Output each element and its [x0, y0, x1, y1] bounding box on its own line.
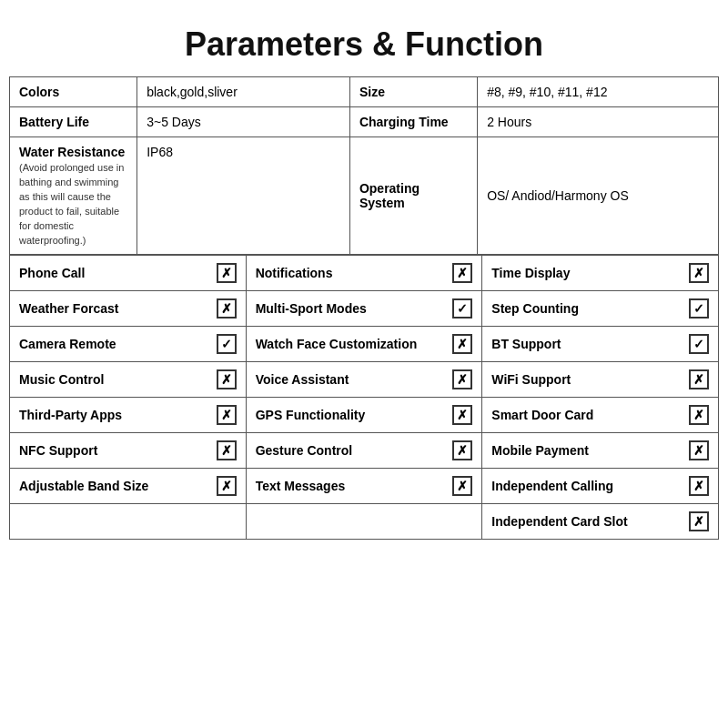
- check-icon: [217, 298, 237, 318]
- check-icon: [217, 334, 237, 354]
- check-icon: [689, 369, 709, 389]
- feature-name: Step Counting: [491, 301, 683, 316]
- check-icon: [217, 476, 237, 496]
- feature-cell: GPS Functionality: [246, 398, 482, 433]
- feature-cell: Text Messages: [246, 469, 482, 504]
- feature-name: Multi-Sport Modes: [256, 301, 448, 316]
- check-icon: [689, 263, 709, 283]
- water-note: (Avoid prolonged use in bathing and swim…: [19, 162, 124, 246]
- check-icon: [689, 511, 709, 531]
- feature-row: Phone CallNotificationsTime Display: [10, 256, 719, 291]
- feature-name: Independent Calling: [491, 479, 683, 493]
- battery-value: 3~5 Days: [147, 115, 201, 129]
- page-title: Parameters & Function: [9, 9, 719, 76]
- check-icon: [452, 263, 472, 283]
- check-icon: [452, 298, 472, 318]
- colors-row: Colors black,gold,sliver Size #8, #9, #1…: [10, 77, 719, 107]
- feature-name: Notifications: [256, 266, 448, 280]
- check-icon: [452, 334, 472, 354]
- charging-value: 2 Hours: [487, 115, 531, 129]
- feature-name: BT Support: [491, 337, 683, 351]
- water-label: Water Resistance: [19, 145, 125, 159]
- feature-name: Time Display: [491, 266, 683, 280]
- feature-row: Adjustable Band SizeText MessagesIndepen…: [10, 469, 719, 504]
- water-value: IP68: [147, 145, 173, 159]
- feature-name: Phone Call: [19, 266, 211, 280]
- size-value: #8, #9, #10, #11, #12: [487, 85, 607, 99]
- check-icon: [689, 298, 709, 318]
- feature-name: WiFi Support: [491, 372, 683, 387]
- feature-row: Weather ForcastMulti-Sport ModesStep Cou…: [10, 291, 719, 327]
- feature-cell: Independent Card Slot: [482, 504, 719, 540]
- feature-name: GPS Functionality: [256, 408, 448, 422]
- check-icon: [217, 440, 237, 460]
- check-icon: [689, 405, 709, 425]
- feature-row: Camera RemoteWatch Face CustomizationBT …: [10, 327, 719, 362]
- feature-cell: WiFi Support: [482, 362, 719, 398]
- feature-cell: BT Support: [482, 327, 719, 362]
- feature-cell: Camera Remote: [10, 327, 247, 362]
- check-icon: [689, 440, 709, 460]
- check-icon: [689, 476, 709, 496]
- feature-cell: Multi-Sport Modes: [246, 291, 482, 327]
- feature-cell: Watch Face Customization: [246, 327, 482, 362]
- size-label: Size: [359, 85, 385, 99]
- feature-name: Smart Door Card: [491, 408, 683, 422]
- feature-cell: Weather Forcast: [10, 291, 247, 327]
- charging-label: Charging Time: [359, 115, 449, 129]
- feature-cell: Voice Assistant: [246, 362, 482, 398]
- feature-cell: Third-Party Apps: [10, 398, 247, 433]
- battery-row: Battery Life 3~5 Days Charging Time 2 Ho…: [10, 107, 719, 137]
- feature-cell: Phone Call: [10, 256, 247, 291]
- feature-name: Voice Assistant: [256, 372, 448, 387]
- feature-row: Independent Card Slot: [10, 504, 719, 540]
- os-value: OS/ Andiod/Harmony OS: [487, 188, 629, 203]
- check-icon: [689, 334, 709, 354]
- check-icon: [452, 405, 472, 425]
- feature-name: NFC Support: [19, 443, 211, 458]
- feature-name: Music Control: [19, 372, 211, 387]
- feature-cell: Step Counting: [482, 291, 719, 327]
- feature-cell: Adjustable Band Size: [10, 469, 247, 504]
- feature-cell: Mobile Payment: [482, 433, 719, 469]
- feature-cell: Gesture Control: [246, 433, 482, 469]
- feature-row: Music ControlVoice AssistantWiFi Support: [10, 362, 719, 398]
- os-label: Operating System: [359, 181, 420, 210]
- check-icon: [452, 440, 472, 460]
- feature-cell: Time Display: [482, 256, 719, 291]
- feature-name: Independent Card Slot: [491, 514, 683, 529]
- check-icon: [452, 369, 472, 389]
- feature-cell: NFC Support: [10, 433, 247, 469]
- check-icon: [452, 476, 472, 496]
- check-icon: [217, 263, 237, 283]
- feature-name: Mobile Payment: [491, 443, 683, 458]
- feature-cell: Notifications: [246, 256, 482, 291]
- check-icon: [217, 405, 237, 425]
- feature-row: Third-Party AppsGPS FunctionalitySmart D…: [10, 398, 719, 433]
- feature-cell: Music Control: [10, 362, 247, 398]
- feature-name: Camera Remote: [19, 337, 211, 351]
- feature-name: Watch Face Customization: [256, 337, 448, 351]
- feature-cell: [10, 504, 247, 540]
- check-icon: [217, 369, 237, 389]
- water-row: Water Resistance (Avoid prolonged use in…: [10, 137, 719, 255]
- feature-name: Gesture Control: [256, 443, 448, 458]
- feature-cell: Independent Calling: [482, 469, 719, 504]
- feature-row: NFC SupportGesture ControlMobile Payment: [10, 433, 719, 469]
- feature-name: Text Messages: [256, 479, 448, 493]
- colors-value: black,gold,sliver: [147, 85, 238, 99]
- colors-label: Colors: [19, 85, 59, 99]
- feature-cell: Smart Door Card: [482, 398, 719, 433]
- feature-name: Adjustable Band Size: [19, 479, 211, 493]
- feature-cell: [246, 504, 482, 540]
- feature-name: Third-Party Apps: [19, 408, 211, 422]
- battery-label: Battery Life: [19, 115, 89, 129]
- features-table: Phone CallNotificationsTime DisplayWeath…: [9, 255, 719, 540]
- feature-name: Weather Forcast: [19, 301, 211, 316]
